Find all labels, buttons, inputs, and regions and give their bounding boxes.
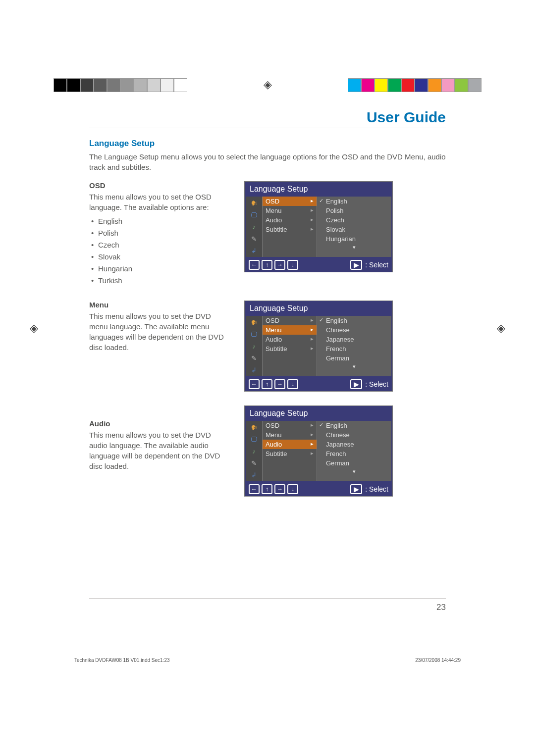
arrow-right-icon[interactable]: → [274, 260, 285, 270]
speech-icon: 🗣 [249, 423, 260, 432]
swatch [94, 78, 107, 92]
osd-option[interactable]: Hungarian [317, 234, 391, 244]
play-icon[interactable]: ▶ [350, 379, 362, 389]
swatch [80, 78, 94, 92]
bullet-item: Hungarian [89, 263, 225, 275]
osd-option[interactable]: Chinese [317, 325, 391, 335]
osd-option[interactable]: German [317, 458, 391, 468]
osd-menu-item[interactable]: OSD▸ [263, 316, 317, 325]
osd-option[interactable]: Slovak [317, 225, 391, 234]
arrow-left-icon[interactable]: ← [249, 484, 260, 494]
nav-arrow-group: ←↑→↓ [249, 260, 298, 270]
audio-icon: ♪ [249, 222, 260, 231]
audio-row: Audio This menu allows you to set the DV… [89, 405, 446, 497]
swatch [348, 78, 361, 92]
osd-menu-item[interactable]: Subtitle▸ [263, 225, 317, 234]
select-label: : Select [365, 485, 388, 493]
section-intro: The Language Setup menu allows you to se… [89, 151, 446, 172]
bullet-item: Turkish [89, 275, 225, 287]
osd-option[interactable]: Japanese [317, 440, 391, 449]
osd-option[interactable]: French [317, 449, 391, 458]
print-file: Technika DVDFAW08 1B V01.indd Sec1:23 [74, 657, 170, 663]
osd-menu-item[interactable]: Subtitle▸ [263, 344, 317, 353]
osd-main-list: OSD▸Menu▸Audio▸Subtitle▸ [263, 197, 317, 257]
arrow-left-icon[interactable]: ← [249, 379, 260, 389]
nav-arrow-group: ←↑→↓ [249, 379, 298, 389]
more-below-icon: ▾ [317, 244, 391, 251]
menu-desc: This menu allows you to set the DVD menu… [89, 311, 225, 353]
bullet-item: Polish [89, 227, 225, 239]
osd-menu-item[interactable]: Subtitle▸ [263, 449, 317, 458]
osd-option[interactable]: Chinese [317, 430, 391, 440]
swatch [468, 78, 482, 92]
osd-body: 🗣🖵♪✎↲OSD▸Menu▸Audio▸Subtitle▸EnglishChin… [245, 316, 392, 377]
print-metadata: Technika DVDFAW08 1B V01.indd Sec1:23 23… [74, 657, 461, 663]
osd-option[interactable]: German [317, 353, 391, 363]
bullet-item: Czech [89, 239, 225, 251]
caret-right-icon: ▸ [311, 441, 314, 448]
osd-option[interactable]: English [317, 421, 391, 430]
select-hint: ▶: Select [350, 484, 388, 494]
play-icon[interactable]: ▶ [350, 484, 362, 494]
swatch [374, 78, 388, 92]
osd-option[interactable]: English [317, 197, 391, 206]
osd-footer: ←↑→↓▶: Select [245, 258, 392, 272]
osd-option[interactable]: Japanese [317, 335, 391, 344]
osd-body: 🗣🖵♪✎↲OSD▸Menu▸Audio▸Subtitle▸EnglishPoli… [245, 197, 392, 258]
arrow-down-icon[interactable]: ↓ [287, 379, 298, 389]
osd-option[interactable]: English [317, 316, 391, 325]
tool-icon: ✎ [249, 458, 260, 467]
speech-icon: 🗣 [249, 318, 260, 327]
swatch [107, 78, 120, 92]
bullet-item: Slovak [89, 251, 225, 263]
swatch [67, 78, 80, 92]
return-icon: ↲ [249, 246, 260, 255]
arrow-right-icon[interactable]: → [274, 379, 285, 389]
page-header: User Guide [89, 109, 446, 128]
arrow-down-icon[interactable]: ↓ [287, 484, 298, 494]
audio-subtitle: Audio [89, 419, 225, 428]
osd-menu-label: Audio [266, 336, 282, 343]
osd-menu-label: Subtitle [266, 345, 287, 353]
osd-menu-item[interactable]: Menu▸ [263, 206, 317, 215]
tv-icon: 🖵 [249, 435, 260, 444]
osd-menu-item[interactable]: OSD▸ [263, 421, 317, 430]
registration-mark-top-icon: ◈ [264, 78, 272, 91]
arrow-right-icon[interactable]: → [274, 484, 285, 494]
osd-category-icons: 🗣🖵♪✎↲ [246, 421, 263, 481]
swatch [160, 78, 174, 92]
osd-option[interactable]: Polish [317, 206, 391, 215]
osd-menu-item[interactable]: Audio▸ [263, 440, 317, 449]
osd-menu-item[interactable]: Audio▸ [263, 335, 317, 344]
play-icon[interactable]: ▶ [350, 260, 362, 270]
arrow-up-icon[interactable]: ↑ [262, 379, 272, 389]
osd-menu-item[interactable]: Menu▸ [263, 325, 317, 335]
registration-mark-bottom-icon: ◈ [0, 0, 268, 12]
more-below-icon: ▾ [317, 363, 391, 370]
osd-option[interactable]: French [317, 344, 391, 353]
section-title: Language Setup [89, 139, 446, 149]
caret-right-icon: ▸ [311, 336, 314, 343]
osd-body: 🗣🖵♪✎↲OSD▸Menu▸Audio▸Subtitle▸EnglishChin… [245, 421, 392, 482]
page-number: 23 [436, 603, 446, 612]
caret-right-icon: ▸ [311, 326, 314, 334]
arrow-left-icon[interactable]: ← [249, 260, 260, 270]
caret-right-icon: ▸ [311, 431, 314, 439]
osd-menu-label: Audio [266, 441, 282, 448]
page-footer: 23 [89, 598, 446, 612]
osd-menu-label: OSD [266, 422, 279, 429]
tv-icon: 🖵 [249, 210, 260, 219]
arrow-up-icon[interactable]: ↑ [262, 484, 272, 494]
osd-option[interactable]: Czech [317, 215, 391, 225]
arrow-down-icon[interactable]: ↓ [287, 260, 298, 270]
osd-menu-label: Audio [266, 216, 282, 224]
osd-row: OSD This menu allows you to set the OSD … [89, 181, 446, 287]
osd-menu-item[interactable]: Audio▸ [263, 215, 317, 225]
nav-arrow-group: ←↑→↓ [249, 484, 298, 494]
osd-menu-label: OSD [266, 317, 279, 324]
osd-menu-item[interactable]: Menu▸ [263, 430, 317, 440]
arrow-up-icon[interactable]: ↑ [262, 260, 272, 270]
select-label: : Select [365, 261, 388, 269]
osd-menu-item[interactable]: OSD▸ [263, 197, 317, 206]
caret-right-icon: ▸ [311, 450, 314, 457]
